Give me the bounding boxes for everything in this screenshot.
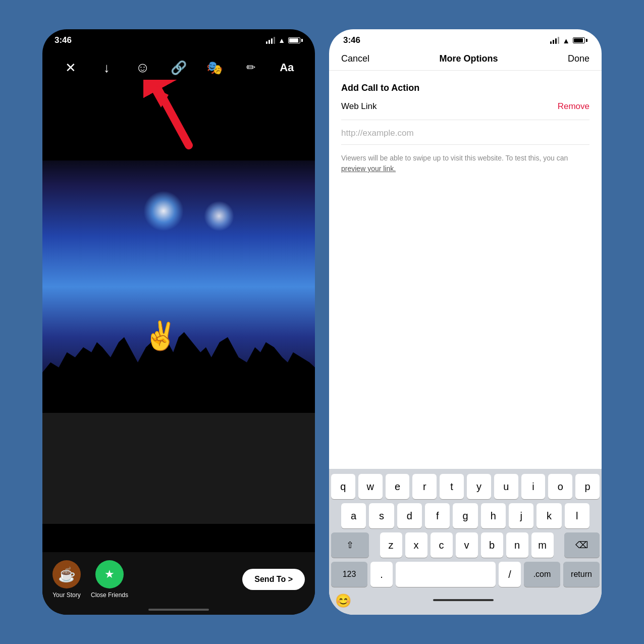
keyboard-row-1: q w e r t y u i o p [331, 474, 600, 499]
close-friends-item[interactable]: ★ Close Friends [91, 560, 128, 599]
key-r[interactable]: r [412, 474, 437, 499]
key-y[interactable]: y [467, 474, 491, 499]
done-button[interactable]: Done [568, 53, 589, 64]
dot-key[interactable]: . [370, 562, 393, 587]
right-phone: 3:46 ▲ Cancel More Options Done Add Call… [329, 29, 602, 615]
keyboard-row-2: a s d f g h j k l [331, 503, 600, 528]
key-v[interactable]: v [456, 532, 478, 558]
your-story-avatar: ☕ [52, 560, 81, 588]
key-t[interactable]: t [440, 474, 464, 499]
battery-icon-left [288, 37, 303, 43]
concert-image: ✌ [42, 160, 315, 413]
url-input-container: http://example.com [341, 128, 589, 145]
helper-text: Viewers will be able to swipe up to visi… [341, 153, 589, 174]
key-q[interactable]: q [331, 474, 355, 499]
your-story-item[interactable]: ☕ Your Story [52, 560, 81, 599]
keyboard-bottom: 😊 [331, 591, 600, 613]
dark-middle-section [42, 413, 315, 524]
content-area: Add Call to Action Web Link Remove http:… [329, 71, 602, 469]
crowd-silhouette [42, 312, 315, 413]
send-to-button[interactable]: Send To > [242, 569, 305, 590]
wifi-icon-left: ▲ [278, 36, 285, 44]
key-e[interactable]: e [386, 474, 410, 499]
dotcom-key[interactable]: .com [524, 562, 560, 587]
signal-icon-right [550, 37, 559, 44]
key-x[interactable]: x [405, 532, 427, 558]
download-icon[interactable]: ↓ [96, 60, 117, 76]
key-n[interactable]: n [506, 532, 528, 558]
home-indicator-right [433, 599, 494, 601]
key-b[interactable]: b [481, 532, 503, 558]
time-right: 3:46 [343, 35, 360, 45]
close-icon[interactable]: ✕ [61, 60, 81, 76]
time-left: 3:46 [55, 35, 72, 45]
close-friends-avatar: ★ [95, 560, 124, 588]
pen-icon[interactable]: ✏ [241, 61, 261, 74]
key-g[interactable]: g [453, 503, 477, 528]
bottom-bar: ☕ Your Story ★ Close Friends Send To > [42, 552, 315, 615]
key-f[interactable]: f [425, 503, 450, 528]
key-p[interactable]: p [575, 474, 600, 499]
section-title: Add Call to Action [341, 83, 589, 93]
key-k[interactable]: k [536, 503, 561, 528]
key-m[interactable]: m [531, 532, 554, 558]
key-z[interactable]: z [380, 532, 402, 558]
key-d[interactable]: d [397, 503, 422, 528]
return-key[interactable]: return [563, 562, 600, 587]
key-w[interactable]: w [358, 474, 383, 499]
red-arrow [143, 80, 204, 150]
signal-icon-left [266, 37, 275, 44]
keyboard-row-3: ⇧ z x c v b n m ⌫ [331, 532, 600, 558]
remove-button[interactable]: Remove [558, 101, 589, 112]
left-phone: 3:46 ▲ ✕ ↓ ☺ 🔗 🎭 ✏ Aa [42, 29, 315, 615]
status-bar-right: 3:46 ▲ [329, 29, 602, 49]
key-o[interactable]: o [548, 474, 572, 499]
num-key[interactable]: 123 [331, 562, 367, 587]
keyboard-row-4: 123 . / .com return [331, 562, 600, 587]
url-placeholder[interactable]: http://example.com [341, 128, 414, 138]
nav-title: More Options [440, 53, 498, 64]
close-friends-label: Close Friends [91, 592, 128, 599]
shift-key[interactable]: ⇧ [331, 532, 369, 558]
home-indicator-left [148, 609, 209, 611]
key-i[interactable]: i [521, 474, 546, 499]
status-bar-left: 3:46 ▲ [42, 29, 315, 49]
link-icon[interactable]: 🔗 [169, 60, 189, 76]
key-l[interactable]: l [565, 503, 589, 528]
web-link-row: Web Link Remove [341, 101, 589, 120]
helper-text-before: Viewers will be able to swipe up to visi… [341, 154, 568, 162]
wifi-icon-right: ▲ [562, 36, 570, 45]
cancel-button[interactable]: Cancel [341, 53, 369, 64]
emoji-button[interactable]: 😊 [335, 593, 351, 609]
preview-link[interactable]: preview your link. [341, 165, 396, 173]
nav-bar: Cancel More Options Done [329, 49, 602, 71]
add-emoji-icon[interactable]: ☺ [133, 60, 153, 76]
backspace-key[interactable]: ⌫ [564, 532, 600, 558]
battery-icon-right [573, 37, 587, 43]
key-j[interactable]: j [509, 503, 533, 528]
key-s[interactable]: s [369, 503, 394, 528]
face-sticker-icon[interactable]: 🎭 [204, 60, 225, 76]
key-u[interactable]: u [494, 474, 518, 499]
key-h[interactable]: h [481, 503, 506, 528]
key-a[interactable]: a [341, 503, 366, 528]
keyboard: q w e r t y u i o p a s d f g h j k l ⇧ … [329, 469, 602, 615]
status-icons-right: ▲ [550, 36, 587, 45]
text-icon[interactable]: Aa [277, 61, 297, 74]
top-toolbar: ✕ ↓ ☺ 🔗 🎭 ✏ Aa [42, 53, 315, 82]
web-link-label: Web Link [341, 101, 377, 112]
key-c[interactable]: c [431, 532, 453, 558]
status-icons-left: ▲ [266, 36, 303, 44]
your-story-label: Your Story [52, 592, 81, 599]
slash-key[interactable]: / [499, 562, 521, 587]
space-key[interactable] [396, 562, 496, 587]
